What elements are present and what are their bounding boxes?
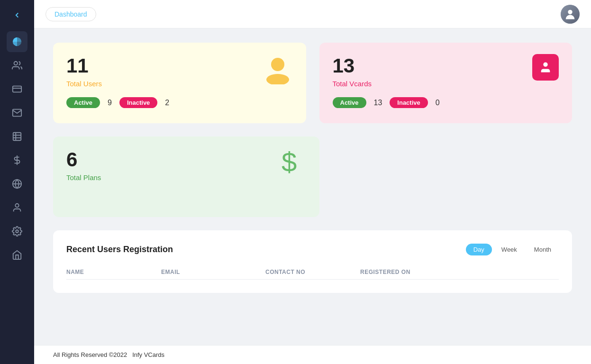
users-stats: Active 9 Inactive 2 <box>66 97 293 108</box>
footer-text: All Rights Reserved ©2022 <box>53 351 127 358</box>
svg-point-12 <box>568 9 572 14</box>
sidebar-item-profile[interactable] <box>7 197 27 218</box>
active-count: 9 <box>108 99 112 107</box>
vcards-active-count: 13 <box>374 99 382 107</box>
avatar-image <box>561 5 580 24</box>
sidebar-item-users[interactable] <box>7 55 27 76</box>
total-vcards-label: Total Vcards <box>333 80 559 88</box>
svg-point-10 <box>15 204 18 207</box>
stats-cards-row-2: 6 Total Plans $ <box>53 136 572 217</box>
total-vcards-card: 13 Total Vcards Active 13 Inactive 0 <box>319 43 573 123</box>
svg-point-15 <box>543 63 547 67</box>
filter-tabs: Day Week Month <box>466 244 559 255</box>
filter-day[interactable]: Day <box>466 244 492 255</box>
sidebar-item-home[interactable] <box>7 245 27 265</box>
sidebar <box>0 0 34 364</box>
sidebar-item-globe[interactable] <box>7 173 27 194</box>
svg-rect-3 <box>13 133 21 141</box>
total-plans-label: Total Plans <box>66 173 306 182</box>
inactive-badge: Inactive <box>119 97 157 108</box>
total-plans-card: 6 Total Plans $ <box>53 136 319 217</box>
recent-users-section: Recent Users Registration Day Week Month… <box>53 230 572 293</box>
footer-brand: Infy VCards <box>132 351 164 358</box>
filter-week[interactable]: Week <box>494 244 525 255</box>
vcards-active-badge: Active <box>333 97 366 108</box>
total-users-card: 11 Total Users Active 9 Inactive 2 <box>53 43 306 123</box>
col-name: NAME <box>66 269 161 275</box>
main-content: Dashboard 11 Total Users <box>34 0 591 364</box>
sidebar-toggle[interactable] <box>8 6 27 25</box>
sidebar-item-billing[interactable] <box>7 150 27 171</box>
svg-point-13 <box>271 58 284 71</box>
filter-month[interactable]: Month <box>527 244 559 255</box>
breadcrumb: Dashboard <box>45 7 96 21</box>
inactive-count: 2 <box>165 99 169 107</box>
total-plans-number: 6 <box>66 150 306 170</box>
content-area: 11 Total Users Active 9 Inactive 2 13 <box>34 28 591 345</box>
vcards-stats: Active 13 Inactive 0 <box>333 97 559 108</box>
avatar[interactable] <box>561 5 580 24</box>
vcards-inactive-count: 0 <box>436 99 440 107</box>
svg-point-11 <box>16 230 18 233</box>
sidebar-item-dashboard[interactable] <box>7 31 27 52</box>
plans-dollar-icon: $ <box>278 148 306 178</box>
footer: All Rights Reserved ©2022 Infy VCards <box>34 345 591 364</box>
col-contact: CONTACT NO <box>265 269 360 275</box>
total-vcards-number: 13 <box>333 56 559 76</box>
vcard-icon <box>532 54 559 81</box>
empty-card-slot <box>333 136 573 217</box>
sidebar-item-table[interactable] <box>7 126 27 147</box>
total-users-number: 11 <box>66 56 293 76</box>
col-registered: REGISTERED ON <box>360 269 559 275</box>
svg-rect-1 <box>13 86 21 92</box>
sidebar-item-contacts[interactable] <box>7 102 27 123</box>
vcards-inactive-badge: Inactive <box>390 97 427 108</box>
svg-point-0 <box>14 62 18 65</box>
vcard-icon-box <box>532 54 559 81</box>
sidebar-item-settings[interactable] <box>7 221 27 242</box>
sidebar-item-vcards[interactable] <box>7 79 27 100</box>
users-icon <box>263 54 293 86</box>
header: Dashboard <box>34 0 591 28</box>
svg-text:$: $ <box>282 148 297 176</box>
recent-header: Recent Users Registration Day Week Month <box>66 244 559 255</box>
col-email: EMAIL <box>161 269 265 275</box>
svg-point-14 <box>266 74 289 84</box>
table-header: NAME EMAIL CONTACT NO REGISTERED ON <box>66 265 559 280</box>
active-badge: Active <box>66 97 100 108</box>
total-users-label: Total Users <box>66 80 293 88</box>
stats-cards-row-1: 11 Total Users Active 9 Inactive 2 13 <box>53 43 572 123</box>
recent-title: Recent Users Registration <box>66 245 173 255</box>
